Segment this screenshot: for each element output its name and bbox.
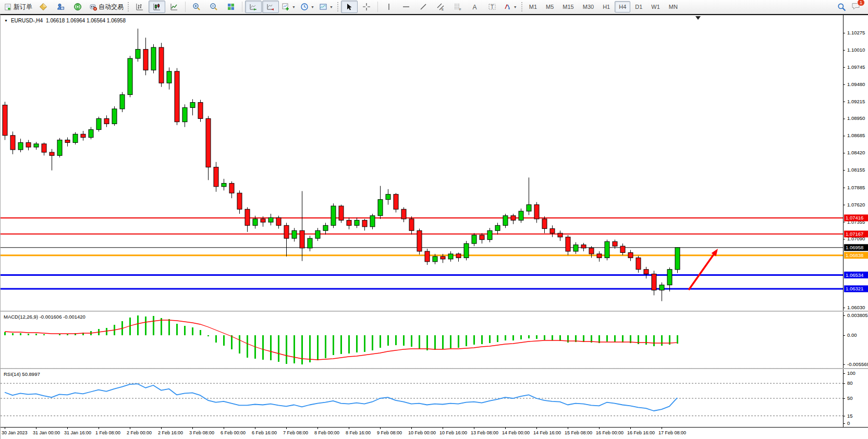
bull-candle xyxy=(136,50,140,58)
text-label-tool[interactable]: T xyxy=(484,1,500,13)
timeframe-m15[interactable]: M15 xyxy=(558,1,578,13)
timeframe-m5[interactable]: M5 xyxy=(542,1,558,13)
bull-candle xyxy=(331,206,336,225)
timeframe-h1[interactable]: H1 xyxy=(598,1,614,13)
time-axis-tick xyxy=(224,428,224,429)
time-label: 6 Feb 00:00 xyxy=(221,430,246,435)
bear-candle xyxy=(644,270,649,274)
line-chart-button[interactable] xyxy=(166,1,182,13)
zoom-out-button[interactable] xyxy=(205,1,222,13)
horizontal-line-tool[interactable] xyxy=(398,1,414,13)
timeframe-d1[interactable]: D1 xyxy=(631,1,646,13)
trendline-tool[interactable] xyxy=(415,1,432,13)
toolbar-grip[interactable] xyxy=(521,2,523,12)
svg-text:1.06321: 1.06321 xyxy=(846,286,863,291)
price-axis-ticks[interactable]: 1.102751.100101.097451.094801.092151.089… xyxy=(843,30,865,310)
crosshair-icon xyxy=(362,3,371,11)
time-label: 8 Feb 16:00 xyxy=(346,430,371,435)
macd-axis-tick: 0.00 xyxy=(847,332,857,338)
one-click-trading-toggle[interactable]: ▼ xyxy=(4,19,8,22)
cursor-button[interactable] xyxy=(341,1,358,13)
bar-chart-button[interactable] xyxy=(131,1,148,13)
bull-candle xyxy=(573,245,578,251)
auto-trading-button[interactable]: 自动交易 xyxy=(87,1,126,13)
signals-button[interactable] xyxy=(69,1,86,13)
candlestick-chart-button[interactable] xyxy=(149,1,165,13)
macd-indicator-pane[interactable]: MACD(12,26,9) -0.001606 -0.001420 0.0038… xyxy=(1,312,868,368)
bear-candle xyxy=(81,134,85,137)
chart-shift-button[interactable] xyxy=(262,1,279,13)
search-icon[interactable] xyxy=(837,3,846,11)
time-axis-tick xyxy=(67,428,68,429)
rsi-axis-tick: 15 xyxy=(847,413,853,419)
toolbar-separator xyxy=(242,2,242,12)
vertical-line-tool[interactable] xyxy=(381,1,397,13)
vertical-line-icon xyxy=(385,3,393,11)
time-axis-tick xyxy=(599,428,600,429)
notifications-button[interactable]: 1 xyxy=(851,2,861,13)
time-axis[interactable]: 30 Jan 202331 Jan 00:0031 Jan 16:001 Feb… xyxy=(1,427,868,439)
time-label: 15 Feb 08:00 xyxy=(565,430,592,435)
toolbar-grip[interactable] xyxy=(337,2,339,12)
time-axis-tick xyxy=(36,428,36,429)
fibonacci-tool[interactable]: F xyxy=(449,1,466,13)
templates-button[interactable]: ▼ xyxy=(317,1,335,13)
time-axis-tick xyxy=(161,428,162,429)
timeframe-m1[interactable]: M1 xyxy=(525,1,541,13)
time-axis-tick xyxy=(443,428,443,429)
bull-candle xyxy=(89,130,93,138)
arrows-tool[interactable]: ▼ xyxy=(501,1,519,13)
community-button[interactable] xyxy=(52,1,69,13)
bull-candle xyxy=(659,285,664,290)
toolbar-grip[interactable] xyxy=(127,2,130,12)
text-a-icon: A xyxy=(471,3,479,11)
bear-candle xyxy=(159,47,164,83)
time-axis-tick xyxy=(505,428,506,429)
bear-candle xyxy=(628,252,633,258)
bear-candle xyxy=(409,219,414,230)
bear-candle xyxy=(300,230,304,248)
bear-candle xyxy=(143,50,148,70)
new-order-button[interactable]: 新订单 xyxy=(2,1,34,13)
timeframe-m30[interactable]: M30 xyxy=(579,1,598,13)
bar-chart-icon xyxy=(136,3,144,11)
candles[interactable] xyxy=(3,29,680,301)
bear-candle xyxy=(104,118,109,124)
timeframe-h4[interactable]: H4 xyxy=(615,1,630,13)
zoom-in-button[interactable] xyxy=(188,1,205,13)
bear-candle xyxy=(206,118,211,167)
price-chart-pane[interactable]: 1.102751.100101.097451.094801.092151.089… xyxy=(1,15,868,311)
bear-candle xyxy=(214,167,218,187)
cursor-arrow-icon xyxy=(345,3,353,11)
bear-candle xyxy=(480,235,484,240)
metaeditor-button[interactable] xyxy=(35,1,52,13)
crosshair-button[interactable] xyxy=(358,1,375,13)
timeframe-mn[interactable]: MN xyxy=(665,1,682,13)
dropdown-caret: ▼ xyxy=(329,5,333,9)
rsi-indicator-pane[interactable]: RSI(14) 50.8997 1008050150 xyxy=(1,369,868,427)
timeframe-w1[interactable]: W1 xyxy=(647,1,664,13)
auto-scroll-button[interactable] xyxy=(245,1,262,13)
new-order-label: 新订单 xyxy=(14,3,32,11)
time-label: 1 Feb 08:00 xyxy=(95,430,120,435)
svg-text:1.10275: 1.10275 xyxy=(847,30,865,35)
new-chart-icon xyxy=(282,3,290,11)
time-axis-tick xyxy=(5,428,5,429)
time-axis-tick xyxy=(99,428,99,429)
bull-candle xyxy=(448,254,453,259)
tile-windows-button[interactable] xyxy=(223,1,239,13)
svg-text:1.08420: 1.08420 xyxy=(847,150,865,155)
equidistant-channel-tool[interactable]: E xyxy=(432,1,449,13)
bull-candle xyxy=(519,211,523,220)
bull-candle xyxy=(667,270,672,285)
time-label: 8 Feb 00:00 xyxy=(314,430,339,435)
new-chart-button[interactable]: ▼ xyxy=(279,1,298,13)
bull-candle xyxy=(190,102,195,107)
chart-shift-marker[interactable] xyxy=(695,16,701,20)
macd-label: MACD(12,26,9) -0.001606 -0.001420 xyxy=(4,314,85,320)
bull-candle xyxy=(182,107,187,121)
text-tool[interactable]: A xyxy=(467,1,483,13)
candlestick-chart-icon xyxy=(153,3,161,11)
periods-button[interactable]: ▼ xyxy=(298,1,316,13)
bull-candle xyxy=(18,142,23,150)
